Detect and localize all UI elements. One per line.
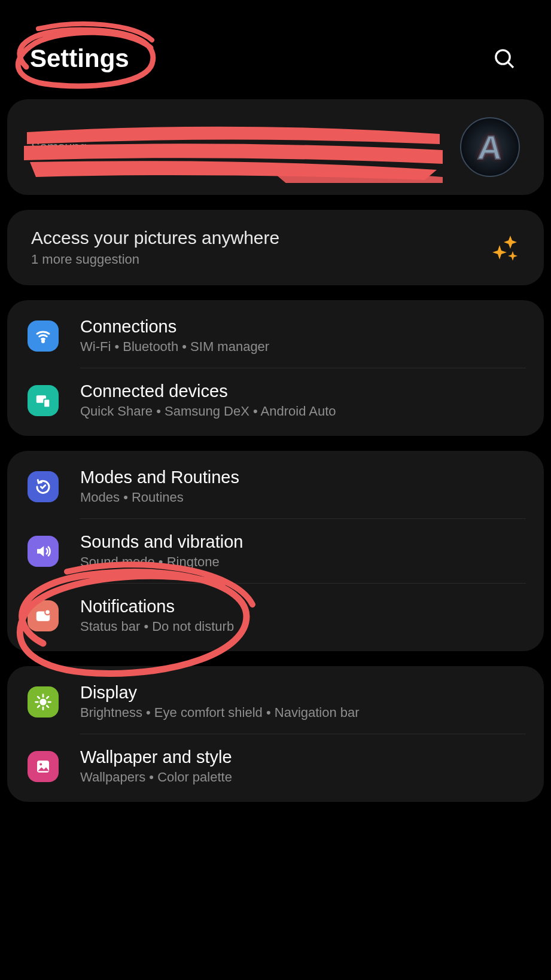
svg-point-7 xyxy=(39,698,46,705)
suggestion-subtitle: 1 more suggestion xyxy=(31,252,279,267)
svg-line-15 xyxy=(47,697,48,698)
sparkle-icon xyxy=(489,232,520,263)
settings-group-connections: Connections Wi-Fi • Bluetooth • SIM mana… xyxy=(7,300,544,436)
display-icon xyxy=(28,686,59,718)
row-subtitle: Modes • Routines xyxy=(80,490,526,505)
row-subtitle: Brightness • Eye comfort shield • Naviga… xyxy=(80,705,526,721)
row-title: Sounds and vibration xyxy=(80,532,526,552)
svg-point-17 xyxy=(39,763,42,765)
svg-line-1 xyxy=(508,62,513,68)
account-card[interactable]: Samsung A xyxy=(7,99,544,195)
modes-icon xyxy=(28,471,59,502)
settings-group-display: Display Brightness • Eye comfort shield … xyxy=(7,666,544,802)
row-connected-devices[interactable]: Connected devices Quick Share • Samsung … xyxy=(7,368,544,432)
row-title: Notifications xyxy=(80,597,526,616)
row-title: Connections xyxy=(80,317,526,337)
connected-devices-icon xyxy=(28,385,59,416)
suggestion-card[interactable]: Access your pictures anywhere 1 more sug… xyxy=(7,210,544,285)
row-title: Wallpaper and style xyxy=(80,747,526,767)
svg-point-0 xyxy=(496,50,510,64)
page-title: Settings xyxy=(30,44,129,73)
svg-rect-4 xyxy=(44,399,50,407)
row-notifications[interactable]: Notifications Status bar • Do not distur… xyxy=(7,584,544,648)
svg-point-6 xyxy=(45,609,50,615)
notifications-icon xyxy=(28,600,59,631)
row-modes-routines[interactable]: Modes and Routines Modes • Routines xyxy=(7,454,544,518)
row-sounds-vibration[interactable]: Sounds and vibration Sound mode • Ringto… xyxy=(7,519,544,583)
suggestion-title: Access your pictures anywhere xyxy=(31,228,279,248)
svg-point-2 xyxy=(42,340,44,342)
svg-line-13 xyxy=(47,706,48,707)
row-display[interactable]: Display Brightness • Eye comfort shield … xyxy=(7,670,544,734)
row-subtitle: Status bar • Do not disturb xyxy=(80,619,526,634)
row-subtitle: Quick Share • Samsung DeX • Android Auto xyxy=(80,404,526,419)
account-subtitle: Samsung xyxy=(31,139,460,155)
row-subtitle: Sound mode • Ringtone xyxy=(80,554,526,570)
svg-line-12 xyxy=(38,697,39,698)
search-button[interactable] xyxy=(488,42,521,75)
row-title: Modes and Routines xyxy=(80,468,526,487)
header: Settings xyxy=(0,0,551,99)
settings-group-system: Modes and Routines Modes • Routines Soun… xyxy=(7,451,544,651)
row-title: Connected devices xyxy=(80,381,526,401)
svg-line-14 xyxy=(38,706,39,707)
row-wallpaper-style[interactable]: Wallpaper and style Wallpapers • Color p… xyxy=(7,734,544,798)
row-subtitle: Wi-Fi • Bluetooth • SIM manager xyxy=(80,339,526,355)
row-subtitle: Wallpapers • Color palette xyxy=(80,770,526,785)
avatar-logo: A xyxy=(476,128,504,167)
account-avatar: A xyxy=(460,117,520,177)
wallpaper-icon xyxy=(28,751,59,782)
row-title: Display xyxy=(80,683,526,703)
wifi-icon xyxy=(28,320,59,352)
row-connections[interactable]: Connections Wi-Fi • Bluetooth • SIM mana… xyxy=(7,304,544,368)
search-icon xyxy=(492,47,516,71)
sound-icon xyxy=(28,536,59,567)
